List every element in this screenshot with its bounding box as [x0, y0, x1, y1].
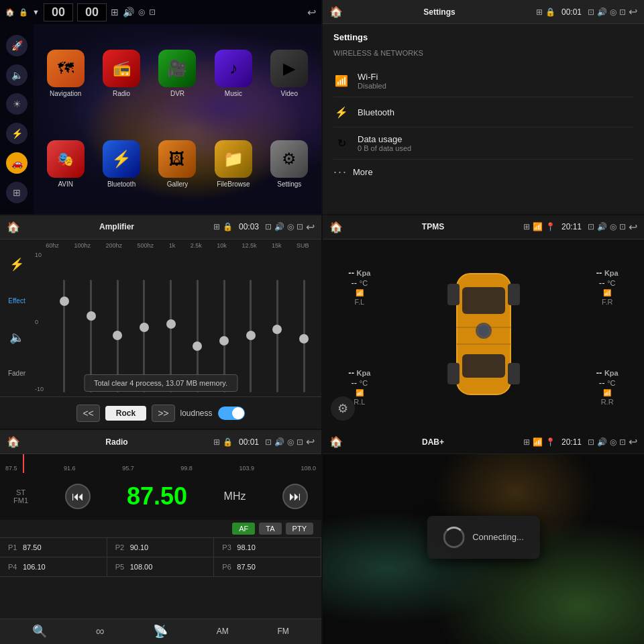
time-displays: 00 00 [44, 3, 107, 21]
pty-button[interactable]: PTY [286, 523, 313, 535]
tpms-home-icon[interactable]: 🏠 [329, 221, 343, 233]
scale-1080: 108.0 [301, 465, 316, 472]
next-preset-button[interactable]: >> [152, 405, 174, 422]
preset-p2[interactable]: P2 90.10 [107, 538, 215, 557]
dab-time: 20:11 [558, 437, 585, 447]
app-video[interactable]: ▶ Video [263, 50, 316, 97]
app-settings[interactable]: ⚙ Settings [263, 140, 316, 188]
radio-top-bar: 🏠 Radio ⊞ 🔒 00:01 ⊡ 🔊 ◎ ⊡ ↩ [0, 430, 321, 454]
signal-search-icon[interactable]: 📡 [153, 624, 168, 639]
sidebar-grid-icon[interactable]: ⊞ [6, 182, 28, 203]
ta-button[interactable]: TA [259, 523, 281, 535]
settings-home-icon[interactable]: 🏠 [329, 5, 343, 18]
preset-p5[interactable]: P5 108.00 [107, 557, 215, 577]
tire-fl-kpa: -- Kpa [348, 268, 370, 278]
antenna-icon[interactable]: ∞ [96, 625, 105, 639]
sidebar-volume-icon[interactable]: 🔈 [6, 64, 28, 86]
tpms-bright-icon: ◎ [610, 222, 616, 231]
slider-thumb-6 [193, 341, 202, 351]
search-radio-icon[interactable]: 🔍 [32, 624, 47, 639]
dab-bright-icon: ◎ [610, 437, 616, 447]
slider-10[interactable] [292, 252, 316, 393]
effect-label[interactable]: Effect [8, 297, 25, 305]
wifi-setting[interactable]: 📶 Wi-Fi Disabled [333, 65, 633, 97]
radio-bottom-bar: 🔍 ∞ 📡 AM FM [0, 619, 321, 644]
amp-back-icon[interactable]: ↩ [306, 221, 315, 233]
preset-p3[interactable]: P3 98.10 [214, 538, 321, 557]
slider-thumb-7 [219, 336, 229, 345]
app-filebrowse[interactable]: 📁 FileBrowse [207, 140, 260, 188]
app-radio[interactable]: 📻 Radio [95, 50, 148, 97]
sidebar-rocket-icon[interactable]: 🚀 [6, 35, 28, 56]
app-music[interactable]: ♪ Music [207, 50, 260, 97]
toggle-knob [232, 407, 244, 419]
settings-app-label: Settings [277, 180, 301, 188]
music-label: Music [225, 90, 242, 97]
tire-fl-signal: 📶 [348, 289, 370, 297]
amp-home-icon[interactable]: 🏠 [7, 221, 20, 233]
home-icon[interactable]: 🏠 [5, 8, 15, 17]
slider-8[interactable] [239, 252, 263, 393]
bluetooth-setting[interactable]: ⚡ Bluetooth [333, 97, 633, 127]
slider-5[interactable] [159, 252, 183, 393]
app-bluetooth[interactable]: ⚡ Bluetooth [95, 140, 148, 188]
svg-rect-6 [508, 284, 520, 305]
radio-back-icon[interactable]: ↩ [306, 435, 315, 448]
wifi-icon: 📶 [333, 73, 350, 89]
radio-bright-icon: ◎ [287, 437, 294, 447]
data-usage-setting[interactable]: ↻ Data usage 0 B of data used [333, 127, 633, 160]
amp-title: Amplifier [25, 222, 208, 231]
tire-fr-kpa: -- Kpa [596, 268, 619, 278]
am-label[interactable]: AM [217, 627, 229, 636]
settings-back-icon[interactable]: ↩ [629, 5, 637, 18]
radio-home-icon[interactable]: 🏠 [7, 435, 20, 448]
slider-thumb-4 [140, 323, 149, 332]
svg-rect-5 [447, 284, 460, 305]
loudness-label: loudness [180, 409, 213, 418]
dab-back-icon[interactable]: ↩ [629, 435, 637, 448]
slider-1[interactable] [52, 252, 76, 393]
sidebar-equalizer-icon[interactable]: ⚡ [6, 123, 28, 144]
preset-p1[interactable]: P1 87.50 [0, 538, 107, 557]
tpms-back-icon[interactable]: ↩ [629, 221, 637, 233]
prev-preset-button[interactable]: << [76, 405, 99, 422]
af-button[interactable]: AF [232, 523, 255, 535]
prev-station-button[interactable]: ⏮ [65, 484, 91, 509]
preset-p4-freq: 106.10 [23, 563, 46, 571]
slider-3[interactable] [105, 252, 129, 393]
settings-title: Settings [348, 7, 531, 17]
volume-icon[interactable]: 🔊 [123, 7, 134, 17]
frequency-indicator [23, 454, 24, 473]
tpms-settings-button[interactable]: ⚙ [331, 396, 355, 421]
app-navigation[interactable]: 🗺 Navigation [39, 50, 92, 97]
settings-icon: ⚙ [270, 140, 308, 178]
dab-home-icon[interactable]: 🏠 [329, 435, 343, 448]
filebrowse-label: FileBrowse [217, 180, 250, 188]
panel-settings: 🏠 Settings ⊞ 🔒 00:01 ⊡ 🔊 ◎ ⊡ ↩ Settings … [323, 0, 644, 214]
amp-volume-icon[interactable]: 🔈 [9, 330, 24, 345]
slider-7[interactable] [212, 252, 236, 393]
slider-9[interactable] [266, 252, 290, 393]
preset-p6[interactable]: P6 87.50 [214, 557, 321, 577]
slider-2[interactable] [79, 252, 103, 393]
slider-4[interactable] [132, 252, 156, 393]
slider-6[interactable] [186, 252, 210, 393]
preset-p1-num: P1 [8, 543, 19, 551]
radio-time: 00:01 [235, 437, 262, 447]
wireless-networks-label: Wireless & networks [333, 49, 633, 57]
loudness-toggle[interactable] [218, 407, 245, 420]
filebrowse-icon: 📁 [215, 140, 252, 178]
preset-p4[interactable]: P4 106.10 [0, 557, 107, 577]
fm-label[interactable]: FM [277, 627, 288, 636]
app-dvr[interactable]: 🎥 DVR [151, 50, 204, 97]
more-item[interactable]: ··· More [333, 160, 633, 184]
sidebar-brightness-icon[interactable]: ☀ [6, 93, 28, 115]
app-avin[interactable]: 🎭 AVIN [39, 140, 92, 188]
panel-home: 🏠 🔒 ▼ 00 00 ⊞ 🔊 ◎ ⊡ ↩ 🚀 🔈 ☀ ⚡ 🚗 ⊞ 🗺 Navi… [0, 0, 321, 214]
app-gallery[interactable]: 🖼 Gallery [151, 140, 204, 188]
sidebar-taxi-icon[interactable]: 🚗 [6, 152, 28, 174]
settings-time: 00:01 [558, 7, 585, 17]
back-icon[interactable]: ↩ [307, 6, 316, 19]
next-station-button[interactable]: ⏭ [282, 484, 308, 509]
slider-thumb-2 [87, 311, 96, 321]
